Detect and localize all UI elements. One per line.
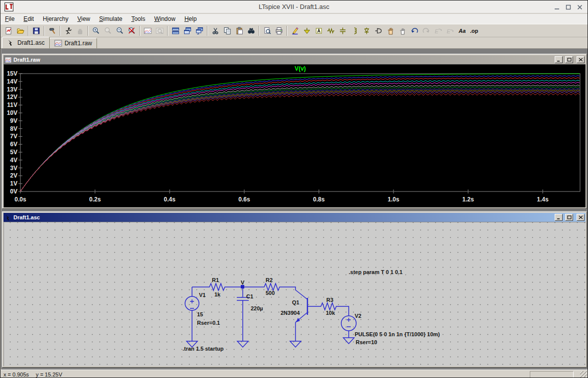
resize-grip[interactable]	[580, 371, 587, 378]
plot-settings-button[interactable]	[154, 25, 166, 36]
tab-label: Draft1.raw	[65, 40, 92, 47]
minimize-icon[interactable]	[554, 4, 560, 10]
svg-text:E: E	[435, 28, 439, 34]
q1-name-label[interactable]: Q1	[292, 299, 299, 305]
menu-window[interactable]: Window	[150, 14, 180, 23]
spice-directive-button[interactable]: .op	[468, 25, 480, 36]
component-button[interactable]	[373, 25, 385, 36]
svg-text:1V: 1V	[10, 180, 17, 187]
svg-text:9V: 9V	[10, 117, 17, 124]
waveform-minimize-button[interactable]	[555, 56, 563, 63]
menu-tools[interactable]: Tools	[127, 14, 150, 23]
v2-value-label[interactable]: PULSE(0 5 0 1n 1n {T/1000} 10m)	[355, 331, 440, 337]
ground-button[interactable]	[301, 25, 313, 36]
zoom-out-button[interactable]	[114, 25, 126, 36]
r1-name-label[interactable]: R1	[212, 277, 219, 283]
paste-button[interactable]	[233, 25, 245, 36]
schematic-maximize-button[interactable]	[565, 214, 573, 221]
redo-button[interactable]	[420, 25, 432, 36]
r3-value-label[interactable]: 10k	[326, 310, 335, 316]
toolbar-separator	[60, 26, 61, 36]
c1-name-label[interactable]: C1	[246, 293, 253, 299]
drag-button[interactable]	[396, 25, 408, 36]
zoom-full-extents-button[interactable]	[126, 25, 138, 36]
toolbar-separator	[167, 26, 168, 36]
copy-button[interactable]	[221, 25, 233, 36]
wire-button[interactable]	[289, 25, 301, 36]
waveform-maximize-button[interactable]	[565, 56, 573, 63]
c1-value-label[interactable]: 220µ	[251, 305, 263, 311]
close-icon[interactable]	[577, 4, 583, 10]
v2-name-label[interactable]: V2	[355, 313, 361, 319]
r2-name-label[interactable]: R2	[266, 277, 273, 283]
v1-name-label[interactable]: V1	[199, 292, 205, 298]
menu-hierarchy[interactable]: Hierarchy	[38, 14, 73, 23]
tab-draft1-raw[interactable]: Draft1.raw	[49, 38, 97, 48]
halt-button[interactable]	[74, 25, 86, 36]
move-button[interactable]	[385, 25, 396, 36]
trace-T=0.5[interactable]	[20, 85, 580, 191]
node-v-marker[interactable]	[241, 285, 244, 288]
autorange-y-button[interactable]	[142, 25, 154, 36]
find-button[interactable]	[245, 25, 257, 36]
tab-draft1-asc[interactable]: Draft1.asc	[2, 37, 50, 48]
r2-value-label[interactable]: 500	[266, 290, 275, 296]
schematic-window-titlebar[interactable]: Draft1.asc	[3, 213, 586, 222]
window-titlebar[interactable]: LTspice XVII - Draft1.asc	[0, 0, 588, 13]
control-panel-button[interactable]	[46, 25, 58, 36]
trace-T=0.8[interactable]	[20, 90, 580, 191]
waveform-close-button[interactable]	[577, 56, 585, 63]
new-schematic-button[interactable]	[2, 25, 14, 36]
open-button[interactable]	[14, 25, 26, 36]
text-button[interactable]: Aa	[456, 25, 468, 36]
print-button[interactable]	[273, 25, 285, 36]
tran-directive-label[interactable]: .tran 1.5 startup	[183, 346, 224, 352]
trace-T=0.9[interactable]	[20, 92, 580, 191]
r3-name-label[interactable]: R3	[326, 297, 333, 303]
diode-button[interactable]	[361, 25, 373, 36]
zoom-in-button[interactable]	[90, 25, 102, 36]
rotate-button[interactable]: E	[444, 25, 456, 36]
r1-value-label[interactable]: 1k	[214, 291, 221, 297]
menu-simulate[interactable]: Simulate	[95, 14, 127, 23]
step-directive-label[interactable]: .step param T 0 1 0.1	[349, 269, 402, 275]
print-preview-button[interactable]	[261, 25, 273, 36]
v2-rser-label[interactable]: Rser=10	[356, 339, 377, 345]
cascade-windows-button[interactable]	[194, 25, 205, 36]
zoom-back-button[interactable]	[102, 25, 114, 36]
undo-button[interactable]	[408, 25, 420, 36]
mdi-area: Draft1.raw 0V1V2V3V4V5V6V7V8V9V10V11V12V…	[1, 49, 588, 370]
waveform-plot-area[interactable]: 0V1V2V3V4V5V6V7V8V9V10V11V12V13V14V15V0.…	[3, 64, 586, 207]
v1-value-label[interactable]: 15	[197, 311, 203, 317]
trace-T=1.0[interactable]	[20, 93, 580, 191]
menu-edit[interactable]: Edit	[19, 14, 38, 23]
trace-T=0.3[interactable]	[20, 80, 580, 191]
menu-file[interactable]: File	[0, 14, 19, 23]
run-button[interactable]	[62, 25, 74, 36]
q1-value-label[interactable]: 2N3904	[281, 310, 300, 316]
trace-T=0.4[interactable]	[20, 82, 580, 191]
schematic-canvas[interactable]: V1 15 Rser=0.1 R1 1k V C1 220µ R2 500 Q1…	[3, 222, 586, 366]
menu-help[interactable]: Help	[180, 14, 201, 23]
menu-view[interactable]: View	[73, 14, 95, 23]
waveform-window-titlebar[interactable]: Draft1.raw	[3, 55, 586, 64]
save-button[interactable]	[30, 25, 42, 36]
net-label-button[interactable]	[313, 25, 325, 36]
maximize-icon[interactable]	[566, 4, 571, 10]
tile-horizontal-button[interactable]	[170, 25, 182, 36]
resistor-button[interactable]	[325, 25, 337, 36]
capacitor-button[interactable]	[337, 25, 349, 36]
cut-button[interactable]	[209, 25, 221, 36]
svg-text:4V: 4V	[10, 157, 17, 164]
node-v-label[interactable]: V	[241, 280, 245, 285]
svg-text:1.0s: 1.0s	[388, 196, 399, 203]
v1-rser-label[interactable]: Rser=0.1	[197, 320, 220, 326]
inductor-button[interactable]	[349, 25, 361, 36]
cursor-x-readout: x = 0.905s	[3, 372, 29, 378]
schematic-close-button[interactable]	[577, 214, 585, 221]
schematic-minimize-button[interactable]	[555, 214, 563, 221]
tile-vertical-button[interactable]	[182, 25, 194, 36]
trace-T=0.7[interactable]	[20, 89, 580, 191]
trace-T=0.6[interactable]	[20, 87, 580, 191]
mirror-button[interactable]: E	[432, 25, 444, 36]
